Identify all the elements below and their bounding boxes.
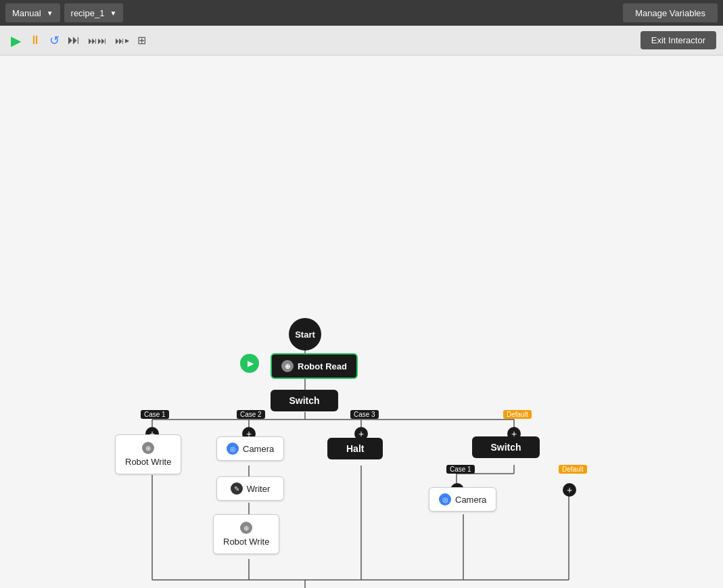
toolbar: ▶ ⏸ ↺ ⏭ ⏭⏭ ⏭▶ ⊞ Exit Interactor: [0, 26, 723, 55]
switch-bottom-node[interactable]: Switch: [472, 436, 540, 458]
camera-1-icon: ◎: [227, 443, 239, 455]
switch-bottom-box: Switch: [472, 436, 540, 458]
robot-read-node[interactable]: ⊕ Robot Read: [271, 353, 358, 379]
halt-node[interactable]: Halt: [327, 438, 383, 459]
default2-badge: Default: [559, 465, 587, 474]
camera-2-icon: ◎: [439, 493, 451, 505]
case2-badge: Case 2: [237, 410, 265, 419]
play-button[interactable]: ▶: [7, 30, 25, 51]
step-button[interactable]: ⏭: [64, 30, 84, 50]
camera-2-box: ◎ Camera: [429, 487, 496, 512]
manage-variables-button[interactable]: Manage Variables: [623, 3, 718, 22]
camera-1-box: ◎ Camera: [216, 436, 284, 461]
exit-interactor-button[interactable]: Exit Interactor: [640, 31, 716, 49]
robot-write-2-icon: ⊕: [240, 522, 252, 534]
case1-right-badge: Case 1: [446, 465, 475, 474]
robot-write-2-box: ⊕ Robot Write: [213, 514, 279, 554]
reload-button[interactable]: ↺: [45, 30, 64, 51]
robot-read-box: ⊕ Robot Read: [271, 353, 358, 379]
camera-1-node[interactable]: ◎ Camera: [216, 436, 284, 461]
default-badge: Default: [503, 410, 532, 419]
halt-box: Halt: [327, 438, 383, 459]
start-circle: Start: [289, 318, 321, 350]
recipe-label: recipe_1: [71, 8, 105, 18]
writer-node[interactable]: ✎ Writer: [216, 476, 284, 501]
recipe-chevron: ▼: [110, 9, 116, 17]
mode-label: Manual: [12, 8, 41, 18]
case3-badge: Case 3: [350, 410, 379, 419]
pause-button[interactable]: ⏸: [25, 30, 45, 50]
robot-write-1-node[interactable]: ⊕ Robot Write: [115, 434, 181, 474]
connector-lines: [0, 55, 723, 588]
switch-top-box: Switch: [271, 390, 338, 411]
play-badge[interactable]: [240, 354, 259, 373]
writer-box: ✎ Writer: [216, 476, 284, 501]
skip-button[interactable]: ⏭▶: [111, 32, 133, 49]
mode-chevron: ▼: [47, 9, 53, 17]
canvas: Start ⊕ Robot Read Switch Case 1 Case 2 …: [0, 55, 723, 588]
recipe-dropdown[interactable]: recipe_1 ▼: [64, 3, 124, 22]
mode-dropdown[interactable]: Manual ▼: [5, 3, 60, 22]
start-node[interactable]: Start: [289, 318, 321, 350]
robot-write-2-node[interactable]: ⊕ Robot Write: [213, 514, 279, 554]
writer-icon: ✎: [231, 482, 243, 495]
robot-write-1-icon: ⊕: [142, 442, 154, 454]
case1-left-badge: Case 1: [141, 410, 169, 419]
plus-default2[interactable]: +: [563, 483, 576, 497]
robot-write-1-box: ⊕ Robot Write: [115, 434, 181, 474]
robot-read-icon: ⊕: [281, 360, 294, 372]
grid-button[interactable]: ⊞: [133, 31, 150, 49]
switch-top-node[interactable]: Switch: [271, 390, 338, 411]
fast-forward-button[interactable]: ⏭⏭: [84, 32, 111, 49]
top-bar: Manual ▼ recipe_1 ▼ Manage Variables: [0, 0, 723, 26]
camera-2-node[interactable]: ◎ Camera: [429, 487, 496, 512]
